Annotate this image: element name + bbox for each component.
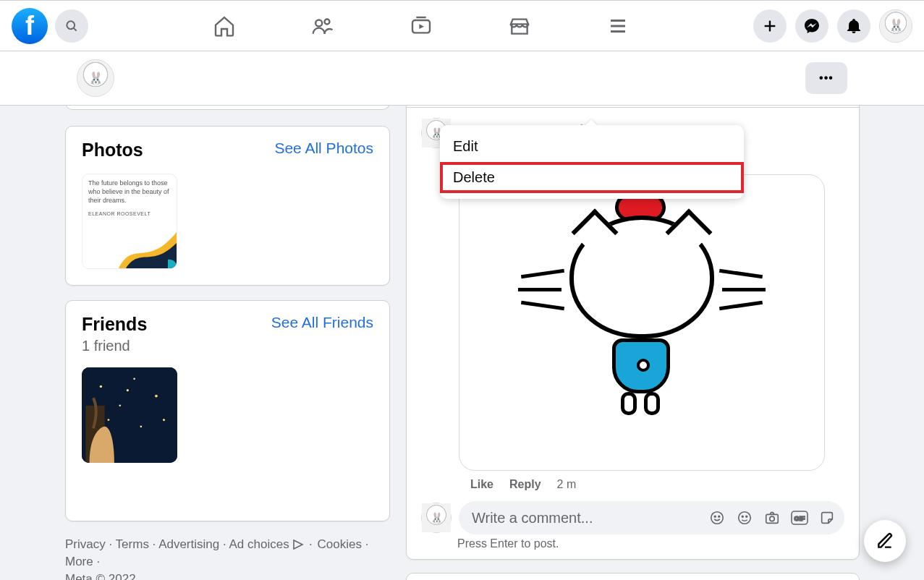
home-icon	[213, 14, 236, 38]
compose-fab[interactable]	[864, 520, 906, 562]
search-button[interactable]	[55, 9, 88, 43]
create-button[interactable]	[753, 9, 787, 43]
svg-point-0	[67, 21, 75, 29]
watch-icon	[410, 14, 433, 38]
svg-point-14	[119, 404, 121, 406]
friends-title: Friends	[82, 314, 147, 335]
sticker-button[interactable]	[818, 509, 836, 526]
svg-point-21	[714, 516, 716, 517]
adchoices-icon	[292, 540, 304, 550]
svg-point-27	[770, 516, 774, 521]
messenger-button[interactable]	[795, 9, 828, 43]
photo-decoration	[119, 232, 177, 268]
svg-point-24	[742, 516, 743, 517]
svg-point-23	[739, 512, 751, 524]
emoji-button[interactable]	[736, 509, 753, 526]
profile-bar: •••	[0, 51, 924, 106]
home-tab[interactable]	[213, 14, 236, 38]
svg-point-3	[324, 19, 329, 24]
svg-point-12	[133, 378, 135, 380]
comment-input[interactable]: Write a comment... GIF	[459, 501, 844, 534]
account-avatar[interactable]	[879, 9, 912, 43]
svg-line-1	[74, 27, 77, 30]
enter-hint: Press Enter to post.	[457, 537, 859, 550]
comment-meta: Like Reply 2 m	[470, 478, 844, 491]
svg-point-20	[711, 512, 724, 524]
friends-icon	[311, 14, 334, 38]
svg-point-22	[719, 516, 720, 517]
footer-link-advertising[interactable]: Advertising	[158, 537, 229, 551]
menu-tab[interactable]	[606, 14, 630, 38]
footer-link-more[interactable]: More	[65, 555, 93, 568]
gif-icon: GIF	[791, 511, 808, 525]
my-avatar[interactable]	[421, 503, 452, 533]
search-icon	[64, 19, 79, 33]
svg-point-13	[155, 395, 158, 398]
comment-like-button[interactable]: Like	[470, 478, 493, 491]
svg-text:GIF: GIF	[794, 515, 806, 522]
comment-placeholder: Write a comment...	[472, 510, 593, 526]
camera-button[interactable]	[763, 509, 781, 526]
svg-point-15	[163, 419, 165, 421]
footer-links: Privacy Terms Advertising Ad choices · C…	[65, 536, 390, 580]
svg-point-16	[140, 426, 143, 428]
svg-point-2	[315, 20, 322, 26]
facebook-logo[interactable]: f	[12, 8, 48, 44]
bell-icon	[845, 17, 862, 35]
avatar-sticker-icon	[709, 510, 725, 526]
gif-button[interactable]: GIF	[791, 509, 808, 526]
comment-time: 2 m	[557, 478, 577, 491]
photo-caption: The future belongs to those who believe …	[88, 179, 171, 205]
friends-count: 1 friend	[82, 338, 373, 354]
footer-link-adchoices[interactable]: Ad choices	[229, 537, 289, 551]
svg-point-11	[100, 385, 102, 388]
friend-thumbnail[interactable]	[82, 367, 177, 463]
marketplace-tab[interactable]	[508, 14, 531, 38]
kitty-illustration	[559, 216, 725, 418]
watch-tab[interactable]	[410, 14, 433, 38]
compose-icon	[876, 532, 894, 550]
comment-options-menu: Edit Delete	[440, 125, 744, 199]
profile-more-button[interactable]: •••	[805, 62, 847, 94]
menu-item-delete[interactable]: Delete	[440, 162, 744, 193]
comment-input-tools: GIF	[708, 509, 836, 526]
post-card: Like Comment •••	[406, 62, 860, 560]
friends-tab[interactable]	[311, 14, 334, 38]
svg-point-25	[746, 516, 747, 517]
svg-point-18	[127, 389, 129, 391]
comment-input-row: Write a comment... GIF	[421, 501, 844, 534]
marketplace-icon	[508, 14, 531, 38]
content-area: Photos See All Photos The future belongs…	[0, 106, 924, 580]
menu-icon	[607, 15, 629, 37]
camera-icon	[764, 510, 780, 526]
photos-title: Photos	[82, 140, 143, 161]
comment-reply-button[interactable]: Reply	[509, 478, 541, 491]
footer-link-privacy[interactable]: Privacy	[65, 537, 116, 551]
sticker-icon	[819, 510, 835, 526]
photo-author: ELEANOR ROOSEVELT	[88, 210, 171, 217]
footer-link-terms[interactable]: Terms	[116, 537, 159, 551]
nav-right	[753, 9, 912, 43]
friends-card: Friends See All Friends 1 friend	[65, 300, 390, 521]
ellipsis-icon: •••	[819, 72, 834, 85]
left-column: Photos See All Photos The future belongs…	[65, 101, 390, 580]
friend-image	[82, 367, 177, 463]
avatar-sticker-button[interactable]	[708, 509, 726, 526]
see-all-friends-link[interactable]: See All Friends	[271, 314, 373, 331]
feed-column: Like Comment •••	[406, 62, 860, 580]
see-all-photos-link[interactable]: See All Photos	[274, 140, 373, 157]
comment-image[interactable]	[459, 174, 825, 471]
svg-rect-26	[766, 514, 779, 523]
emoji-icon	[737, 510, 753, 526]
footer-meta: Meta © 2022	[65, 572, 136, 580]
photos-card: Photos See All Photos The future belongs…	[65, 126, 390, 286]
next-post-card: updated her profile picture. •••	[406, 573, 860, 580]
photo-thumbnail[interactable]: The future belongs to those who believe …	[82, 174, 177, 269]
notifications-button[interactable]	[837, 9, 870, 43]
nav-tabs	[88, 14, 753, 38]
plus-icon	[762, 18, 778, 34]
footer-link-cookies[interactable]: Cookies	[318, 537, 369, 551]
messenger-icon	[803, 17, 821, 35]
profile-avatar[interactable]	[77, 59, 114, 97]
menu-item-edit[interactable]: Edit	[440, 131, 744, 162]
